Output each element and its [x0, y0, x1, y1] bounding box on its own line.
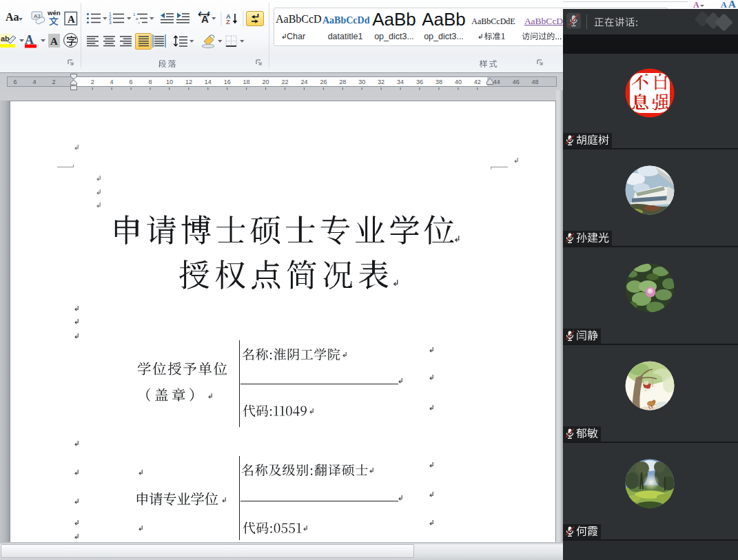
svg-text:26: 26 [320, 79, 327, 85]
svg-text:44: 44 [493, 79, 500, 85]
svg-text:22: 22 [281, 79, 288, 85]
svg-text:42: 42 [474, 79, 481, 85]
svg-text:6: 6 [13, 79, 17, 85]
svg-text:16: 16 [224, 79, 231, 85]
svg-text:46: 46 [513, 79, 520, 85]
svg-text:18: 18 [243, 79, 250, 85]
svg-text:28: 28 [339, 79, 346, 85]
svg-text:4: 4 [32, 79, 36, 85]
svg-text:48: 48 [532, 79, 539, 85]
svg-text:12: 12 [185, 79, 192, 85]
svg-text:14: 14 [205, 79, 212, 85]
svg-text:4: 4 [110, 79, 114, 85]
svg-text:32: 32 [378, 79, 385, 85]
svg-text:6: 6 [130, 79, 133, 85]
svg-text:40: 40 [455, 79, 462, 85]
svg-text:10: 10 [166, 79, 173, 85]
svg-text:34: 34 [397, 79, 404, 85]
svg-text:2: 2 [52, 79, 55, 85]
svg-text:2: 2 [91, 79, 94, 85]
svg-text:20: 20 [263, 79, 269, 85]
svg-text:8: 8 [148, 79, 152, 85]
svg-text:30: 30 [358, 79, 365, 85]
svg-text:24: 24 [300, 79, 307, 85]
svg-text:36: 36 [416, 79, 423, 85]
svg-text:38: 38 [435, 79, 442, 85]
